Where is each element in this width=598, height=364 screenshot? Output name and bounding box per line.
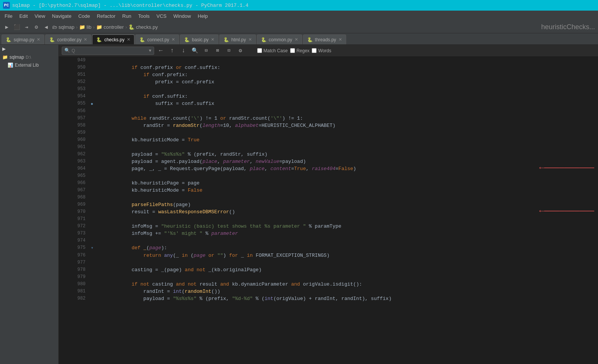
tab-html-py[interactable]: 🐍 html.py ✕ <box>219 34 256 44</box>
run-icon[interactable]: ▶ <box>3 23 11 31</box>
search-filter1-icon[interactable]: ⊟ <box>202 46 211 55</box>
code-content[interactable]: casting = _(page) and not _(kb.originalP… <box>96 266 598 273</box>
tab-close-controller[interactable]: ✕ <box>84 37 87 42</box>
words-option[interactable]: Words <box>312 48 331 53</box>
breadcrumb-lib[interactable]: 📁 lib <box>79 24 92 30</box>
code-content[interactable]: if conf.suffix: <box>96 93 598 100</box>
match-case-option[interactable]: Match Case <box>257 48 288 53</box>
code-content[interactable]: randInt = int(randomInt()) <box>96 288 598 295</box>
code-content[interactable]: infoMsg += "'%s' might " % parameter <box>96 230 598 237</box>
code-content[interactable] <box>96 108 598 115</box>
code-content[interactable]: kb.heuristicMode = True <box>96 136 598 144</box>
menu-view[interactable]: View <box>31 12 48 20</box>
code-content[interactable]: kb.heuristicMode = False <box>96 187 598 194</box>
code-content[interactable] <box>96 259 598 266</box>
menu-refactor[interactable]: Refactor <box>94 12 119 20</box>
code-content[interactable]: parseFilePaths(page) <box>96 201 598 208</box>
code-content[interactable] <box>96 194 598 201</box>
tab-close-common[interactable]: ✕ <box>295 37 298 42</box>
code-content[interactable]: if conf.prefix or conf.suffix: <box>96 64 598 71</box>
tab-close-checks[interactable]: ✕ <box>127 37 130 42</box>
code-content[interactable]: payload = "%s%s%s" % (prefix, "%d-%d" % … <box>96 295 598 302</box>
menu-help[interactable]: Help <box>195 12 211 20</box>
code-content[interactable] <box>96 144 598 151</box>
breadcrumb-sqlmap[interactable]: 🗁 sqlmap <box>52 24 75 30</box>
tab-close-basic[interactable]: ✕ <box>211 37 214 42</box>
search-filter2-icon[interactable]: ⊠ <box>213 46 222 55</box>
breadcrumb-checks[interactable]: 🐍 checks.py <box>128 24 158 30</box>
breadcrumb[interactable]: 🗁 sqlmap › 📁 lib › 📁 controller › 🐍 chec… <box>52 24 158 30</box>
code-content[interactable] <box>96 172 598 180</box>
tab-close-connect[interactable]: ✕ <box>172 37 175 42</box>
tab-close-html[interactable]: ✕ <box>248 37 252 42</box>
gutter <box>90 165 96 172</box>
menu-navigate[interactable]: Navigate <box>49 12 74 20</box>
menu-file[interactable]: File <box>2 12 16 20</box>
code-content[interactable] <box>96 273 598 281</box>
tab-sqlmap-py[interactable]: 🐍 sqlmap.py ✕ <box>2 34 44 44</box>
search-up-icon[interactable]: ↑ <box>168 46 177 55</box>
regex-checkbox[interactable] <box>290 48 295 53</box>
code-content[interactable] <box>96 86 598 93</box>
search-find-icon[interactable]: 🔍 <box>190 46 200 55</box>
tab-close-sqlmap[interactable]: ✕ <box>37 37 40 42</box>
search-prev-icon[interactable]: ← <box>156 46 166 55</box>
code-content[interactable]: suffix = conf.suffix <box>96 100 598 108</box>
sidebar-run-icon[interactable]: ▶ <box>0 45 58 53</box>
line-number: 963 <box>59 158 90 165</box>
search-filter3-icon[interactable]: ⊡ <box>225 46 234 55</box>
menu-edit[interactable]: Edit <box>16 12 31 20</box>
regex-option[interactable]: Regex <box>290 48 310 53</box>
menu-window[interactable]: Window <box>170 12 194 20</box>
tab-threads-py[interactable]: 🐍 threads.py ✕ <box>303 34 346 44</box>
code-editor[interactable]: 949950 if conf.prefix or conf.suffix:951… <box>59 57 598 364</box>
search-input[interactable] <box>72 48 147 53</box>
menu-tools[interactable]: Tools <box>135 12 153 20</box>
breadcrumb-controller[interactable]: 📁 controller <box>96 24 124 30</box>
gutter <box>90 172 96 180</box>
gutter-fold-icon[interactable]: ▾ <box>91 245 94 251</box>
search-input-wrapper[interactable]: 🔍 ▼ <box>62 47 154 55</box>
tab-controller-py[interactable]: 🐍 controller.py ✕ <box>45 34 92 44</box>
back-icon[interactable]: ◀ <box>42 23 50 31</box>
tab-basic-py[interactable]: 🐍 basic.py ✕ <box>180 34 219 44</box>
code-content[interactable]: if not casting and not result and kb.dyn… <box>96 281 598 288</box>
code-content[interactable]: if conf.prefix: <box>96 71 598 78</box>
words-checkbox[interactable] <box>312 48 317 53</box>
menu-code[interactable]: Code <box>75 12 93 20</box>
code-content[interactable]: prefix = conf.prefix <box>96 78 598 86</box>
menu-run[interactable]: Run <box>119 12 134 20</box>
match-case-checkbox[interactable] <box>257 48 262 53</box>
code-content[interactable] <box>96 237 598 244</box>
search-down-icon[interactable]: ↓ <box>179 46 188 55</box>
sidebar-item-external-lib[interactable]: 📊 External Lib <box>0 61 58 69</box>
code-content[interactable]: result = wasLastResponseDBMSError()←————… <box>96 208 598 216</box>
collapse-icon[interactable]: heuristicChecks... <box>541 23 595 31</box>
code-content[interactable]: randStr = randomStr(length=10, alphabet=… <box>96 122 598 129</box>
arrow-annotation: ←—————————— <box>539 208 594 215</box>
code-content[interactable]: infoMsg = "heuristic (basic) test shows … <box>96 223 598 230</box>
code-content[interactable] <box>96 57 598 64</box>
sidebar-project[interactable]: 📁 sqlmap D:\ <box>0 53 58 61</box>
code-content[interactable]: while randStr.count('\') != 1 or randStr… <box>96 115 598 122</box>
tab-close-threads[interactable]: ✕ <box>339 37 342 42</box>
code-content[interactable]: page, _, _ = Request.queryPage(payload, … <box>96 165 598 172</box>
tab-connect-py[interactable]: 🐍 connect.py ✕ <box>135 34 179 44</box>
tab-common-py[interactable]: 🐍 common.py ✕ <box>257 34 302 44</box>
code-content[interactable] <box>96 216 598 223</box>
gutter <box>90 108 96 115</box>
code-content[interactable]: payload = "%s%s%s" % (prefix, randStr, s… <box>96 151 598 158</box>
menu-vcs[interactable]: VCS <box>153 12 170 20</box>
code-content[interactable] <box>96 129 598 136</box>
code-content[interactable]: payload = agent.payload(place, parameter… <box>96 158 598 165</box>
stop-icon[interactable]: ⬛ <box>13 23 20 31</box>
code-content[interactable]: kb.heuristicPage = page <box>96 180 598 187</box>
code-content[interactable]: def _(page): <box>96 244 598 252</box>
search-settings-icon[interactable]: ⚙ <box>236 46 245 55</box>
settings-icon[interactable]: ⚙ <box>33 23 40 31</box>
step-icon[interactable]: ⇥ <box>23 23 30 31</box>
tab-checks-py[interactable]: 🐍 checks.py ✕ <box>92 34 134 44</box>
table-row: 969 parseFilePaths(page) <box>59 201 598 208</box>
search-dropdown-icon[interactable]: ▼ <box>149 48 151 53</box>
code-content[interactable]: return any(_ in (page or "") for _ in FO… <box>96 252 598 259</box>
